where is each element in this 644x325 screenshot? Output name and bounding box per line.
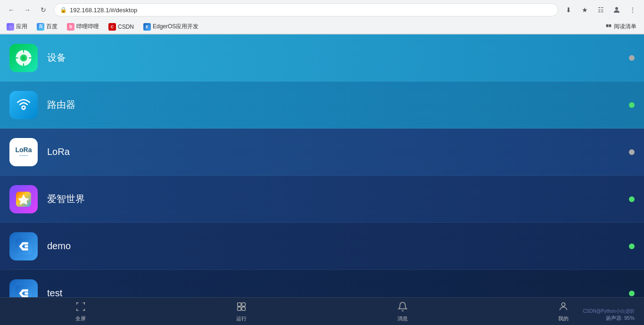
bookmark-baidu-icon: 百 — [37, 23, 44, 31]
app-name-test: test — [47, 288, 62, 297]
lora-icon-subtext: ~~~~ — [19, 154, 28, 158]
status-dot-shebei — [629, 55, 635, 61]
reading-mode-button[interactable]: 阅读清单 — [603, 22, 639, 32]
bookmark-csdn-label: CSDN — [118, 24, 134, 30]
app-icon-shebei — [9, 44, 38, 72]
app-name-aizhi: 爱智世界 — [47, 193, 85, 205]
bookmarks-bar: ▫ 应用 百 百度 b 哔哩哔哩 C CSDN E EdgerOS应用开发 阅读… — [0, 20, 644, 34]
message-button[interactable]: 消息 — [388, 300, 417, 324]
bookmark-baidu-label: 百度 — [46, 23, 58, 31]
me-button[interactable]: 我的 — [549, 300, 578, 324]
svg-rect-2 — [609, 24, 611, 27]
bookmark-csdn-icon: C — [108, 23, 116, 31]
svg-rect-20 — [242, 307, 245, 310]
bookmark-bilibili-icon: b — [67, 23, 74, 31]
back-button[interactable]: ← — [5, 3, 18, 16]
fullscreen-label: 全屏 — [75, 315, 86, 322]
tab-grid-btn[interactable]: ☷ — [594, 3, 607, 16]
app-content: 设备 路由器 LoRa ~~~~ LoRa — [0, 34, 644, 297]
app-icon-demo — [9, 232, 38, 260]
app-name-shebei: 设备 — [47, 51, 66, 64]
app-name-demo: demo — [47, 241, 71, 252]
svg-rect-18 — [242, 302, 245, 306]
svg-rect-17 — [238, 302, 241, 306]
refresh-button[interactable]: ↻ — [37, 3, 50, 16]
status-dot-router — [629, 102, 635, 108]
app-item-router[interactable]: 路由器 — [0, 81, 644, 129]
bottom-toolbar: 全屏 运行 消息 我的 — [0, 297, 644, 325]
status-dot-lora — [629, 149, 635, 155]
bookmark-apps[interactable]: ▫ 应用 — [5, 22, 29, 32]
app-item-shebei[interactable]: 设备 — [0, 34, 644, 81]
browser-chrome: ← → ↻ 🔒 192.168.128.1/#/desktop ⬇ ★ ☷ ⋮ … — [0, 0, 644, 34]
reading-mode-label: 阅读清单 — [614, 23, 636, 31]
app-name-router: 路由器 — [47, 98, 75, 111]
bookmark-edgeros-label: EdgerOS应用开发 — [153, 23, 198, 31]
app-icon-router — [9, 91, 38, 119]
app-item-lora[interactable]: LoRa ~~~~ LoRa — [0, 129, 644, 176]
me-label: 我的 — [558, 315, 569, 322]
bookmark-edgeros-icon: E — [143, 23, 151, 31]
svg-rect-1 — [606, 24, 609, 27]
browser-right-icons: ⬇ ★ ☷ ⋮ — [562, 3, 639, 16]
status-dot-test — [629, 291, 635, 296]
address-bar[interactable]: 🔒 192.168.128.1/#/desktop — [54, 3, 558, 16]
svg-point-5 — [22, 56, 25, 60]
svg-point-21 — [562, 302, 565, 306]
url-text: 192.168.128.1/#/desktop — [70, 7, 137, 14]
message-icon — [397, 301, 408, 314]
more-options-btn[interactable]: ⋮ — [626, 3, 639, 16]
svg-rect-13 — [15, 238, 32, 254]
me-icon — [558, 301, 569, 314]
bottom-right-info: CSDN@Python小白进阶 扬声器: 95% — [583, 308, 635, 322]
svg-rect-16 — [25, 292, 28, 294]
bookmark-baidu[interactable]: 百 百度 — [35, 22, 59, 32]
bookmark-star-btn[interactable]: ★ — [578, 3, 591, 16]
app-item-demo[interactable]: demo — [0, 223, 644, 270]
app-icon-lora: LoRa ~~~~ — [9, 138, 38, 166]
app-icon-test — [9, 279, 38, 298]
profile-btn[interactable] — [610, 3, 623, 16]
svg-point-0 — [615, 7, 618, 10]
status-dot-aizhi — [629, 196, 635, 202]
bookmark-bilibili-label: 哔哩哔哩 — [76, 23, 99, 31]
download-icon-btn[interactable]: ⬇ — [562, 3, 575, 16]
svg-rect-14 — [25, 245, 28, 247]
app-icon-aizhi — [9, 185, 38, 213]
fullscreen-button[interactable]: 全屏 — [66, 300, 95, 324]
svg-rect-19 — [238, 307, 241, 310]
status-dot-demo — [629, 244, 635, 249]
forward-button[interactable]: → — [21, 3, 34, 16]
run-button[interactable]: 运行 — [227, 300, 256, 324]
run-label: 运行 — [236, 315, 247, 322]
message-label: 消息 — [397, 315, 408, 322]
app-name-lora: LoRa — [47, 146, 70, 157]
lock-icon: 🔒 — [60, 7, 67, 13]
watermark-text: CSDN@Python小白进阶 — [583, 308, 635, 315]
bookmark-apps-label: 应用 — [16, 23, 27, 31]
svg-point-11 — [23, 106, 25, 108]
lora-icon-text: LoRa — [16, 146, 32, 154]
run-icon — [236, 301, 247, 314]
app-item-aizhi[interactable]: 爱智世界 — [0, 176, 644, 223]
browser-toolbar: ← → ↻ 🔒 192.168.128.1/#/desktop ⬇ ★ ☷ ⋮ — [0, 0, 644, 20]
nav-buttons: ← → ↻ — [5, 3, 50, 16]
app-item-test[interactable]: test — [0, 270, 644, 297]
bookmark-apps-icon: ▫ — [7, 23, 14, 31]
bookmark-edgeros[interactable]: E EdgerOS应用开发 — [141, 22, 200, 32]
fullscreen-icon — [75, 301, 86, 314]
bookmark-csdn[interactable]: C CSDN — [107, 22, 136, 32]
bookmark-bilibili[interactable]: b 哔哩哔哩 — [65, 22, 101, 32]
volume-label: 扬声器: 95% — [583, 315, 635, 322]
